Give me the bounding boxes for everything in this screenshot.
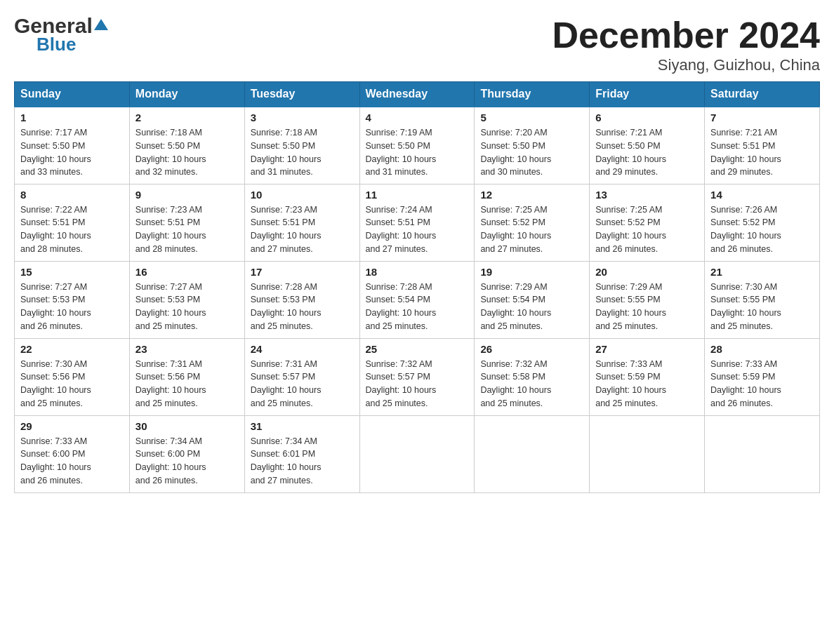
daylight-minutes: and 28 minutes. xyxy=(135,243,239,256)
daylight-minutes: and 31 minutes. xyxy=(366,166,469,179)
daylight-minutes: and 29 minutes. xyxy=(710,166,814,179)
calendar-cell: 24Sunrise: 7:31 AMSunset: 5:57 PMDayligh… xyxy=(244,338,359,415)
sunrise-text: Sunrise: 7:30 AM xyxy=(20,358,124,371)
calendar-cell: 12Sunrise: 7:25 AMSunset: 5:52 PMDayligh… xyxy=(475,184,590,261)
daylight-hours: Daylight: 10 hours xyxy=(251,307,354,320)
calendar-cell xyxy=(475,415,590,492)
svg-marker-0 xyxy=(94,19,108,30)
page-title: December 2024 xyxy=(552,14,820,56)
daylight-minutes: and 25 minutes. xyxy=(595,397,699,410)
sunset-text: Sunset: 6:01 PM xyxy=(251,448,354,461)
sunrise-text: Sunrise: 7:24 AM xyxy=(366,203,469,217)
sunset-text: Sunset: 5:51 PM xyxy=(710,140,814,153)
sunset-text: Sunset: 5:59 PM xyxy=(710,370,814,384)
sunset-text: Sunset: 5:56 PM xyxy=(20,370,124,384)
daylight-hours: Daylight: 10 hours xyxy=(20,461,124,474)
daylight-hours: Daylight: 10 hours xyxy=(595,384,699,397)
daylight-hours: Daylight: 10 hours xyxy=(251,461,354,474)
calendar-cell: 1Sunrise: 7:17 AMSunset: 5:50 PMDaylight… xyxy=(15,107,130,184)
day-info: Sunrise: 7:27 AMSunset: 5:53 PMDaylight:… xyxy=(135,281,239,333)
day-number: 16 xyxy=(135,266,239,278)
daylight-minutes: and 25 minutes. xyxy=(366,320,469,333)
daylight-minutes: and 25 minutes. xyxy=(710,320,814,333)
calendar-cell: 15Sunrise: 7:27 AMSunset: 5:53 PMDayligh… xyxy=(15,261,130,338)
calendar-cell: 25Sunrise: 7:32 AMSunset: 5:57 PMDayligh… xyxy=(359,338,475,415)
sunset-text: Sunset: 5:57 PM xyxy=(366,370,469,384)
title-block: December 2024 Siyang, Guizhou, China xyxy=(552,14,820,74)
daylight-minutes: and 25 minutes. xyxy=(480,397,583,410)
day-number: 30 xyxy=(135,420,239,432)
day-info: Sunrise: 7:25 AMSunset: 5:52 PMDaylight:… xyxy=(480,203,583,256)
daylight-minutes: and 33 minutes. xyxy=(20,166,124,179)
sunset-text: Sunset: 5:53 PM xyxy=(251,293,354,307)
calendar-week-row: 1Sunrise: 7:17 AMSunset: 5:50 PMDaylight… xyxy=(15,107,820,184)
day-info: Sunrise: 7:26 AMSunset: 5:52 PMDaylight:… xyxy=(710,203,814,256)
sunrise-text: Sunrise: 7:34 AM xyxy=(135,435,239,448)
day-number: 29 xyxy=(20,420,124,432)
daylight-hours: Daylight: 10 hours xyxy=(251,153,354,166)
day-number: 1 xyxy=(20,112,124,123)
page-subtitle: Siyang, Guizhou, China xyxy=(552,56,820,74)
calendar-cell: 19Sunrise: 7:29 AMSunset: 5:54 PMDayligh… xyxy=(475,261,590,338)
daylight-hours: Daylight: 10 hours xyxy=(480,307,583,320)
sunset-text: Sunset: 6:00 PM xyxy=(135,448,239,461)
day-number: 11 xyxy=(366,189,469,201)
day-number: 21 xyxy=(710,266,814,278)
page-header: General Blue December 2024 Siyang, Guizh… xyxy=(14,14,820,74)
day-number: 9 xyxy=(135,189,239,201)
calendar-cell: 30Sunrise: 7:34 AMSunset: 6:00 PMDayligh… xyxy=(129,415,244,492)
calendar-header-sunday: Sunday xyxy=(15,82,130,107)
calendar-cell: 29Sunrise: 7:33 AMSunset: 6:00 PMDayligh… xyxy=(15,415,130,492)
day-info: Sunrise: 7:21 AMSunset: 5:51 PMDaylight:… xyxy=(710,126,814,179)
calendar-cell: 23Sunrise: 7:31 AMSunset: 5:56 PMDayligh… xyxy=(129,338,244,415)
sunset-text: Sunset: 5:51 PM xyxy=(20,216,124,229)
daylight-hours: Daylight: 10 hours xyxy=(366,153,469,166)
sunrise-text: Sunrise: 7:26 AM xyxy=(710,203,814,217)
sunset-text: Sunset: 5:53 PM xyxy=(20,293,124,307)
daylight-minutes: and 25 minutes. xyxy=(251,320,354,333)
sunrise-text: Sunrise: 7:28 AM xyxy=(251,281,354,294)
calendar-cell: 16Sunrise: 7:27 AMSunset: 5:53 PMDayligh… xyxy=(129,261,244,338)
daylight-hours: Daylight: 10 hours xyxy=(135,229,239,243)
day-info: Sunrise: 7:23 AMSunset: 5:51 PMDaylight:… xyxy=(251,203,354,256)
sunrise-text: Sunrise: 7:21 AM xyxy=(595,126,699,140)
day-info: Sunrise: 7:34 AMSunset: 6:01 PMDaylight:… xyxy=(251,435,354,488)
day-number: 19 xyxy=(480,266,583,278)
sunset-text: Sunset: 5:51 PM xyxy=(251,216,354,229)
sunrise-text: Sunrise: 7:29 AM xyxy=(595,281,699,294)
calendar-cell: 3Sunrise: 7:18 AMSunset: 5:50 PMDaylight… xyxy=(244,107,359,184)
calendar-header-row: SundayMondayTuesdayWednesdayThursdayFrid… xyxy=(15,82,820,107)
daylight-minutes: and 29 minutes. xyxy=(595,166,699,179)
sunrise-text: Sunrise: 7:28 AM xyxy=(366,281,469,294)
logo-blue-text: Blue xyxy=(37,34,76,55)
sunrise-text: Sunrise: 7:32 AM xyxy=(366,358,469,371)
daylight-minutes: and 30 minutes. xyxy=(480,166,583,179)
calendar-week-row: 15Sunrise: 7:27 AMSunset: 5:53 PMDayligh… xyxy=(15,261,820,338)
day-info: Sunrise: 7:34 AMSunset: 6:00 PMDaylight:… xyxy=(135,435,239,488)
day-info: Sunrise: 7:24 AMSunset: 5:51 PMDaylight:… xyxy=(366,203,469,256)
sunrise-text: Sunrise: 7:25 AM xyxy=(480,203,583,217)
day-info: Sunrise: 7:28 AMSunset: 5:53 PMDaylight:… xyxy=(251,281,354,333)
calendar-cell: 6Sunrise: 7:21 AMSunset: 5:50 PMDaylight… xyxy=(590,107,705,184)
daylight-hours: Daylight: 10 hours xyxy=(366,307,469,320)
sunset-text: Sunset: 5:50 PM xyxy=(595,140,699,153)
sunrise-text: Sunrise: 7:34 AM xyxy=(251,435,354,448)
day-info: Sunrise: 7:33 AMSunset: 5:59 PMDaylight:… xyxy=(595,358,699,410)
sunset-text: Sunset: 5:50 PM xyxy=(251,140,354,153)
sunrise-text: Sunrise: 7:33 AM xyxy=(710,358,814,371)
day-number: 12 xyxy=(480,189,583,201)
sunrise-text: Sunrise: 7:23 AM xyxy=(251,203,354,217)
daylight-hours: Daylight: 10 hours xyxy=(20,307,124,320)
calendar-cell: 9Sunrise: 7:23 AMSunset: 5:51 PMDaylight… xyxy=(129,184,244,261)
day-number: 5 xyxy=(480,112,583,123)
daylight-minutes: and 25 minutes. xyxy=(135,320,239,333)
calendar-header-wednesday: Wednesday xyxy=(359,82,475,107)
calendar-cell: 7Sunrise: 7:21 AMSunset: 5:51 PMDaylight… xyxy=(705,107,820,184)
day-number: 3 xyxy=(251,112,354,123)
daylight-minutes: and 26 minutes. xyxy=(135,474,239,488)
day-info: Sunrise: 7:25 AMSunset: 5:52 PMDaylight:… xyxy=(595,203,699,256)
daylight-minutes: and 26 minutes. xyxy=(20,474,124,488)
day-info: Sunrise: 7:33 AMSunset: 6:00 PMDaylight:… xyxy=(20,435,124,488)
daylight-hours: Daylight: 10 hours xyxy=(366,384,469,397)
sunrise-text: Sunrise: 7:17 AM xyxy=(20,126,124,140)
